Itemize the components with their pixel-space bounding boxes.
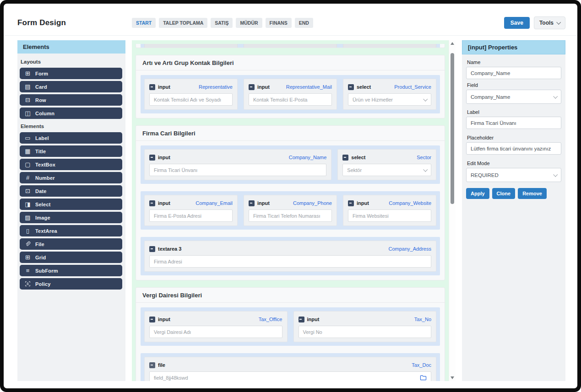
- field-placeholder-text: Firma Ticari Telefon Numarası: [253, 213, 320, 219]
- field-binding-link[interactable]: Tax_No: [414, 317, 431, 322]
- field-card-company-website[interactable]: input Company_Website Firma Websitesi: [343, 195, 436, 226]
- sidebar-item-grid[interactable]: ⊞ Grid: [20, 252, 122, 263]
- tab-satis[interactable]: SATIŞ: [211, 18, 233, 28]
- sidebar-item-label: Image: [35, 215, 50, 220]
- screenshot-frame: Form Design START TALEP TOPLAMA SATIŞ MÜ…: [0, 0, 581, 392]
- field-placeholder-box: Firma Ticari Telefon Numarası: [249, 209, 332, 222]
- field-binding-link[interactable]: Company_Website: [389, 200, 431, 206]
- sidebar-item-card[interactable]: ▤ Card: [20, 81, 122, 92]
- field-binding-link[interactable]: Representative: [199, 84, 233, 90]
- field-binding-link[interactable]: Product_Service: [394, 84, 431, 90]
- field-type-label: input: [257, 84, 270, 90]
- sidebar-item-image[interactable]: ▨ Image: [20, 212, 122, 223]
- sidebar-item-label: Form: [35, 71, 48, 76]
- field-card-tax-doc[interactable]: file Tax_Doc field_8jj48kswd: [144, 357, 436, 381]
- placeholder-field[interactable]: [466, 142, 561, 155]
- label-icon: ▭: [24, 135, 31, 141]
- sidebar-item-subform[interactable]: ≡ SubForm: [20, 265, 122, 276]
- form-row[interactable]: input Company_Name Firma Ticari Ünvanı: [141, 145, 440, 184]
- field-binding-link[interactable]: Company_Email: [195, 200, 233, 206]
- tab-start[interactable]: START: [132, 18, 156, 28]
- field-binding-link[interactable]: Tax_Doc: [412, 362, 431, 368]
- field-card-sector[interactable]: select Sector Sektör: [337, 149, 436, 180]
- properties-title: [input] Properties: [462, 40, 565, 54]
- form-row[interactable]: file Tax_Doc field_8jj48kswd: [141, 353, 440, 381]
- field-placeholder-text: Vergi No: [303, 329, 322, 335]
- tab-talep-toplama[interactable]: TALEP TOPLAMA: [159, 18, 207, 28]
- grid-icon: ⊞: [24, 254, 31, 260]
- sidebar-item-form[interactable]: ⊞ Form: [20, 68, 122, 79]
- field-placeholder-text: Kontak Temsilci E-Posta: [253, 97, 307, 102]
- clone-button[interactable]: Clone: [492, 188, 516, 199]
- field-binding-link[interactable]: Tax_Office: [259, 317, 282, 322]
- field-card-product-service[interactable]: select Product_Service Ürün ve Hizmetler: [343, 79, 436, 110]
- form-designer-page: Form Design START TALEP TOPLAMA SATIŞ MÜ…: [4, 4, 577, 388]
- sidebar-item-file[interactable]: File: [20, 238, 122, 250]
- field-type-label: input: [158, 84, 170, 90]
- section-clipped: [136, 44, 445, 48]
- workflow-tabs: START TALEP TOPLAMA SATIŞ MÜDÜR FINANS E…: [132, 18, 313, 28]
- section-vergi-dairesi[interactable]: Vergi Dairesi Bilgileri input Tax_Office: [136, 287, 445, 381]
- field-card-representative[interactable]: input Representative Kontak Temsilci Adı…: [144, 79, 238, 110]
- sidebar-item-column[interactable]: ◫ Column: [20, 107, 122, 119]
- field-placeholder-box: Firma E-Posta Adresi: [149, 209, 233, 222]
- field-card-company-email[interactable]: input Company_Email Firma E-Posta Adresi: [144, 195, 238, 226]
- field-select[interactable]: Company_Name: [466, 90, 561, 104]
- field-binding-link[interactable]: Representative_Mail: [286, 84, 332, 90]
- sidebar-item-date[interactable]: ⊡ Date: [20, 185, 122, 197]
- name-label: Name: [466, 56, 561, 67]
- sidebar-item-policy[interactable]: Policy: [20, 278, 122, 290]
- tab-end[interactable]: END: [295, 18, 313, 28]
- sidebar-item-select[interactable]: ◨ Select: [20, 199, 122, 210]
- scrollbar-thumb[interactable]: [451, 53, 454, 204]
- sidebar-item-number[interactable]: # Number: [20, 172, 122, 183]
- field-type-label: textarea 3: [158, 246, 181, 252]
- sidebar-item-title[interactable]: ▦ Title: [20, 145, 122, 157]
- field-card-company-name[interactable]: input Company_Name Firma Ticari Ünvanı: [144, 149, 331, 180]
- form-row[interactable]: input Tax_Office Vergi Dairesi Adı: [141, 307, 440, 346]
- tab-mudur[interactable]: MÜDÜR: [236, 18, 262, 28]
- sidebar-item-label: SubForm: [35, 268, 58, 274]
- field-select-box: Ürün ve Hizmetler: [348, 93, 431, 106]
- sidebar-item-label-element[interactable]: ▭ Label: [20, 132, 122, 144]
- section-firma-cari[interactable]: Firma Cari Bilgileri input Company_Name: [136, 125, 445, 280]
- save-button[interactable]: Save: [504, 17, 530, 29]
- field-card-tax-office[interactable]: input Tax_Office Vergi Dairesi Adı: [144, 311, 288, 342]
- sidebar-item-row[interactable]: ⊟ Row: [20, 94, 122, 106]
- form-row[interactable]: textarea 3 Company_Address Firma Adresi: [141, 237, 440, 275]
- folder-icon[interactable]: [420, 375, 427, 381]
- row-clipped: [141, 44, 440, 48]
- field-binding-link[interactable]: Company_Phone: [293, 200, 332, 206]
- field-placeholder-box: Kontak Temsilci Adı ve Soyadı: [149, 93, 233, 106]
- form-row[interactable]: input Representative Kontak Temsilci Adı…: [141, 75, 440, 113]
- apply-button[interactable]: Apply: [466, 188, 489, 199]
- label-field[interactable]: [466, 117, 561, 129]
- field-placeholder-box: Firma Adresi: [149, 255, 431, 268]
- scroll-down-arrow-icon[interactable]: [451, 376, 454, 379]
- tab-finans[interactable]: FINANS: [266, 18, 292, 28]
- edit-mode-select[interactable]: REQUIRED: [466, 168, 561, 182]
- sidebar-item-textarea[interactable]: ▯ TextArea: [20, 225, 122, 236]
- scroll-up-arrow-icon[interactable]: [451, 42, 454, 45]
- elements-sidebar: Elements Layouts ⊞ Form ▤ Card ⊟ Row ◫ C…: [17, 40, 125, 381]
- field-select-value: Company_Name: [471, 94, 510, 100]
- remove-button[interactable]: Remove: [518, 188, 547, 199]
- field-placeholder-text: field_8jj48kswd: [154, 375, 188, 381]
- field-binding-link[interactable]: Company_Name: [289, 155, 327, 160]
- tools-button[interactable]: Tools: [534, 16, 565, 29]
- field-card-company-address[interactable]: textarea 3 Company_Address Firma Adresi: [144, 241, 436, 272]
- sidebar-item-label: Policy: [35, 281, 51, 287]
- section-kontak-bilgileri[interactable]: Artı ve Artı Grup Kontak Bilgileri input…: [136, 55, 445, 118]
- field-binding-link[interactable]: Sector: [417, 155, 431, 160]
- canvas-scrollbar[interactable]: [449, 40, 456, 381]
- field-binding-link[interactable]: Company_Address: [388, 246, 431, 252]
- sidebar-item-label: TextBox: [35, 162, 55, 167]
- sidebar-item-textbox[interactable]: ▢ TextBox: [20, 159, 122, 170]
- date-icon: ⊡: [24, 188, 31, 194]
- field-card-representative-mail[interactable]: input Representative_Mail Kontak Temsilc…: [244, 79, 337, 110]
- field-card-company-phone[interactable]: input Company_Phone Firma Ticari Telefon…: [244, 195, 337, 226]
- edit-mode-label: Edit Mode: [466, 157, 561, 168]
- name-field[interactable]: [466, 67, 561, 79]
- form-row[interactable]: input Company_Email Firma E-Posta Adresi: [141, 191, 440, 230]
- field-card-tax-no[interactable]: input Tax_No Vergi No: [293, 311, 437, 342]
